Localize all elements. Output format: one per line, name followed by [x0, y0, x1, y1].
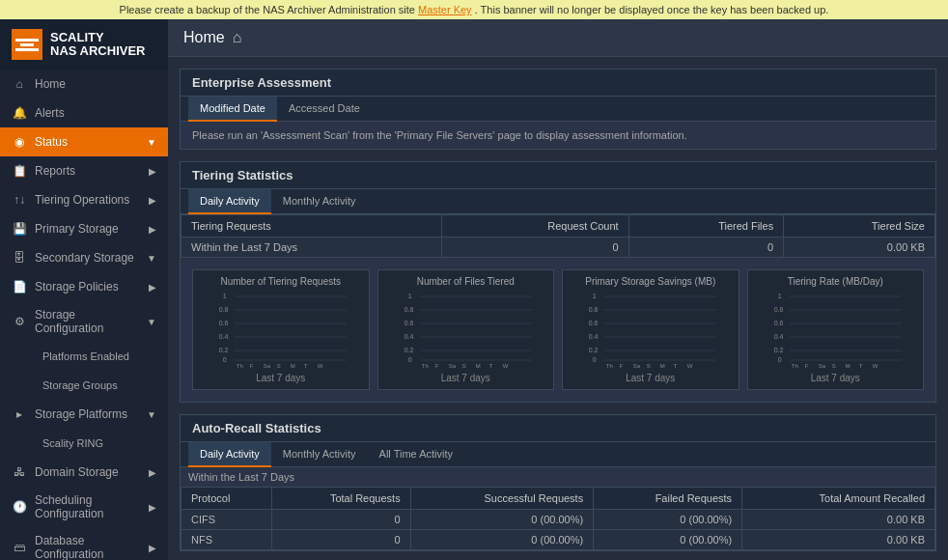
- chart2-label: Last 7 days: [384, 373, 548, 383]
- svg-text:1: 1: [223, 293, 227, 299]
- auto-recall-table: Protocol Total Requests Successful Reque…: [181, 487, 935, 550]
- th-request-count: Request Count: [441, 215, 628, 238]
- th-tiered-size: Tiered Size: [784, 215, 935, 238]
- sidebar-item-storage-platforms[interactable]: ▸Storage Platforms▼: [0, 400, 168, 429]
- sidebar-item-primary-storage[interactable]: 💾Primary Storage▶: [0, 214, 168, 243]
- svg-text:M: M: [291, 363, 295, 368]
- tab-daily-activity[interactable]: Daily Activity: [188, 189, 271, 214]
- sidebar-item-scality-ring[interactable]: Scality RING: [0, 429, 168, 458]
- svg-text:Sa: Sa: [264, 363, 271, 368]
- svg-text:0: 0: [593, 356, 597, 363]
- nfs-total: 0: [272, 530, 411, 550]
- svg-text:W: W: [502, 363, 508, 368]
- chart2-title: Number of Files Tiered: [384, 276, 548, 287]
- backup-banner: Please create a backup of the NAS Archiv…: [0, 0, 948, 19]
- svg-text:Sa: Sa: [633, 363, 641, 368]
- sidebar-item-scheduling-config[interactable]: 🕐Scheduling Configuration▶: [0, 487, 168, 527]
- main-content: Home ⌂ Enterprise Assessment Modified Da…: [168, 19, 948, 560]
- sidebar-item-storage-policies[interactable]: 📄Storage Policies▶: [0, 272, 168, 301]
- sidebar-label-scheduling-config: Scheduling Configuration: [35, 493, 141, 520]
- sidebar-label-alerts: Alerts: [35, 106, 65, 120]
- sidebar-item-database-config[interactable]: 🗃Database Configuration▶: [0, 527, 168, 560]
- svg-text:S: S: [461, 363, 465, 368]
- svg-text:Th: Th: [606, 363, 613, 368]
- sidebar-label-platforms-enabled: Platforms Enabled: [42, 350, 129, 362]
- chart1-svg: 1 0.8 0.6 0.4 0.2 0: [199, 291, 363, 368]
- svg-text:0.8: 0.8: [773, 306, 783, 313]
- arrow-database-config: ▶: [149, 543, 156, 553]
- chart-primary-savings: Primary Storage Savings (MB) 1 0.8 0.6 0…: [562, 269, 739, 390]
- svg-text:0.4: 0.4: [773, 333, 783, 340]
- recall-row-cifs: CIFS 0 0 (00.00%) 0 (00.00%) 0.00 KB: [181, 510, 935, 530]
- tiering-ops-icon: ↑↓: [12, 192, 27, 208]
- nfs-failed: 0 (00.00%): [594, 530, 742, 550]
- logo-bar-3: [15, 48, 39, 51]
- svg-text:S: S: [277, 363, 281, 368]
- enterprise-assessment-tabs: Modified Date Accessed Date: [181, 97, 935, 122]
- sidebar-item-platforms-enabled[interactable]: Platforms Enabled: [0, 342, 168, 371]
- tiering-period: Within the Last 7 Days: [181, 238, 442, 258]
- tab-monthly-activity[interactable]: Monthly Activity: [271, 189, 368, 214]
- sidebar-item-alerts[interactable]: 🔔Alerts: [0, 98, 168, 127]
- chart3-title: Primary Storage Savings (MB): [569, 276, 733, 287]
- storage-policies-icon: 📄: [12, 279, 27, 294]
- svg-text:M: M: [660, 363, 665, 368]
- tab-modified-date[interactable]: Modified Date: [188, 97, 277, 122]
- reports-icon: 📋: [12, 163, 27, 179]
- svg-text:W: W: [318, 363, 323, 368]
- chart1-title: Number of Tiering Requests: [199, 276, 363, 287]
- sidebar-label-database-config: Database Configuration: [35, 534, 141, 560]
- sidebar-item-storage-groups[interactable]: Storage Groups: [0, 371, 168, 400]
- logo-bar-2: [20, 43, 34, 46]
- arrow-storage-policies: ▶: [149, 282, 156, 293]
- cifs-total: 0: [272, 510, 411, 530]
- tab-recall-daily[interactable]: Daily Activity: [188, 442, 271, 467]
- svg-text:T: T: [858, 363, 862, 368]
- svg-text:T: T: [304, 363, 308, 368]
- svg-text:0.2: 0.2: [219, 347, 229, 353]
- enterprise-assessment-section: Enterprise Assessment Modified Date Acce…: [180, 69, 936, 150]
- sidebar-item-tiering-ops[interactable]: ↑↓Tiering Operations▶: [0, 185, 168, 214]
- scheduling-config-icon: 🕐: [12, 499, 27, 515]
- arrow-domain-storage: ▶: [149, 467, 156, 478]
- svg-text:0.6: 0.6: [404, 320, 413, 326]
- sidebar-item-domain-storage[interactable]: 🖧Domain Storage▶: [0, 458, 168, 487]
- th-tiering-requests: Tiering Requests: [181, 215, 442, 238]
- tab-recall-monthly[interactable]: Monthly Activity: [271, 442, 368, 467]
- svg-text:Th: Th: [237, 363, 243, 368]
- sidebar-label-storage-platforms: Storage Platforms: [35, 407, 127, 421]
- charts-grid: Number of Tiering Requests 1 0.8 0.6 0.4…: [181, 258, 935, 402]
- logo-icon: [12, 29, 42, 60]
- svg-text:M: M: [475, 363, 480, 368]
- storage-platforms-icon: ▸: [12, 406, 27, 422]
- chart-files-tiered: Number of Files Tiered 1 0.8 0.6 0.4 0.2…: [377, 269, 555, 390]
- th-successful-requests: Successful Requests: [410, 488, 594, 510]
- svg-text:W: W: [872, 363, 878, 368]
- master-key-link[interactable]: Master Key: [418, 4, 472, 15]
- sidebar-item-status[interactable]: ◉Status▼: [0, 127, 168, 156]
- th-protocol: Protocol: [181, 488, 272, 510]
- svg-text:0.8: 0.8: [589, 306, 599, 313]
- page-title: Home: [183, 29, 225, 46]
- tab-recall-alltime[interactable]: All Time Activity: [368, 442, 464, 467]
- tab-accessed-date[interactable]: Accessed Date: [277, 97, 372, 122]
- sidebar-item-storage-config[interactable]: ⚙Storage Configuration▼: [0, 301, 168, 342]
- sidebar-item-reports[interactable]: 📋Reports▶: [0, 156, 168, 185]
- sidebar-item-home[interactable]: ⌂Home: [0, 70, 168, 98]
- auto-recall-section: Auto-Recall Statistics Daily Activity Mo…: [180, 414, 936, 551]
- page-header: Home ⌂: [168, 19, 948, 57]
- chart2-svg: 1 0.8 0.6 0.4 0.2 0 Th: [384, 291, 548, 368]
- arrow-scheduling-config: ▶: [149, 502, 156, 513]
- svg-text:0: 0: [777, 356, 781, 363]
- sidebar-label-reports: Reports: [35, 164, 75, 178]
- sidebar-item-secondary-storage[interactable]: 🗄Secondary Storage▼: [0, 243, 168, 272]
- svg-text:F: F: [434, 363, 438, 368]
- status-icon: ◉: [12, 134, 27, 150]
- cifs-recalled: 0.00 KB: [742, 510, 935, 530]
- arrow-reports: ▶: [149, 166, 156, 177]
- svg-text:Sa: Sa: [818, 363, 825, 368]
- cifs-failed: 0 (00.00%): [594, 510, 742, 530]
- svg-text:0.4: 0.4: [219, 333, 229, 340]
- arrow-secondary-storage: ▼: [147, 253, 156, 264]
- svg-text:Sa: Sa: [448, 363, 456, 368]
